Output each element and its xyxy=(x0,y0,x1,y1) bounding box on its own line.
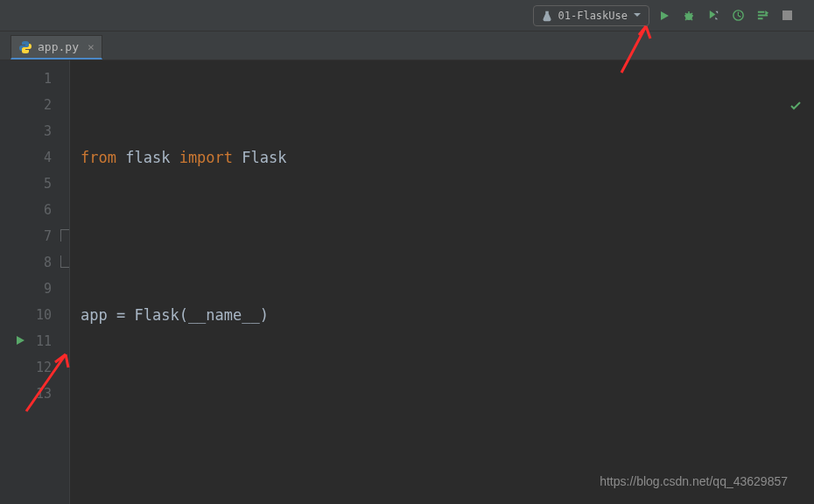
gutter-line[interactable]: 8 xyxy=(0,249,69,276)
profile-button[interactable] xyxy=(728,6,747,25)
line-number: 8 xyxy=(31,255,52,270)
gutter-line[interactable]: 12 xyxy=(0,354,69,381)
run-button[interactable] xyxy=(655,6,674,25)
code-area[interactable]: from flask import Flask app = Flask(__na… xyxy=(70,60,814,504)
token: flask xyxy=(125,149,170,166)
stop-button[interactable] xyxy=(777,6,796,25)
line-number: 11 xyxy=(31,333,52,349)
gutter-line[interactable]: 3 xyxy=(0,118,69,144)
fold-marker-icon[interactable] xyxy=(60,256,69,268)
gutter-line[interactable]: 5 xyxy=(0,171,69,197)
chevron-down-icon xyxy=(633,10,642,22)
gutter-line[interactable]: 10 xyxy=(0,302,69,328)
token: __name__ xyxy=(188,306,260,324)
token: from xyxy=(81,149,116,166)
token: ) xyxy=(260,306,269,324)
gutter-line[interactable]: 4 xyxy=(0,144,69,171)
line-number: 4 xyxy=(31,150,52,165)
debug-button[interactable] xyxy=(679,6,698,25)
gutter-line[interactable]: 9 xyxy=(0,276,69,302)
line-number: 5 xyxy=(31,176,52,192)
toolbar: 01-FlaskUse xyxy=(0,0,814,32)
line-number: 10 xyxy=(31,307,52,323)
gutter-line[interactable]: 1 xyxy=(0,66,69,92)
gutter-line[interactable]: 6 xyxy=(0,197,69,223)
file-tab[interactable]: app.py × xyxy=(11,35,102,60)
inspection-ok-icon[interactable] xyxy=(736,67,802,146)
editor: 1 2 3 4 5 6 7 8 9 10 11 12 13 from flask… xyxy=(0,60,814,504)
gutter-run-icon[interactable] xyxy=(15,333,25,349)
line-number: 9 xyxy=(31,281,52,297)
fold-marker-icon[interactable] xyxy=(60,229,69,242)
tab-filename: app.py xyxy=(38,40,79,53)
gutter-line[interactable]: 13 xyxy=(0,381,69,407)
line-number: 3 xyxy=(31,123,52,139)
close-icon[interactable]: × xyxy=(88,40,95,53)
token: ( xyxy=(179,306,188,324)
svg-rect-2 xyxy=(782,10,792,20)
flask-icon xyxy=(541,10,553,22)
line-number: 2 xyxy=(31,97,52,113)
line-number: 6 xyxy=(31,202,52,218)
token: Flask xyxy=(242,149,286,166)
run-configuration-selector[interactable]: 01-FlaskUse xyxy=(533,5,649,26)
gutter: 1 2 3 4 5 6 7 8 9 10 11 12 13 xyxy=(0,60,70,504)
line-number: 1 xyxy=(31,71,52,87)
token: import xyxy=(179,149,233,166)
python-file-icon xyxy=(18,40,32,54)
tab-bar: app.py × xyxy=(0,32,814,60)
token: app xyxy=(81,306,108,324)
gutter-line[interactable]: 2 xyxy=(0,92,69,118)
gutter-line[interactable]: 11 xyxy=(0,328,69,354)
line-number: 7 xyxy=(31,228,52,244)
line-number: 12 xyxy=(31,360,52,375)
coverage-button[interactable] xyxy=(704,6,723,25)
token: Flask xyxy=(134,306,179,324)
run-config-label: 01-FlaskUse xyxy=(558,10,628,22)
line-number: 13 xyxy=(31,386,52,402)
token: = xyxy=(108,306,135,324)
concurrent-button[interactable] xyxy=(753,6,772,25)
gutter-line[interactable]: 7 xyxy=(0,223,69,249)
watermark: https://blog.csdn.net/qq_43629857 xyxy=(600,474,788,488)
